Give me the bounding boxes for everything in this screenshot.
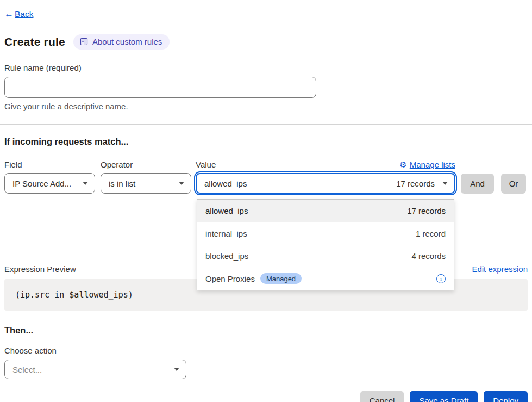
lists-dropdown-menu: allowed_ips 17 records internal_ips 1 re… [197,199,454,290]
field-label: Field [4,160,101,169]
title-row: Create rule About custom rules [4,34,528,50]
rule-name-help: Give your rule a descriptive name. [4,102,528,111]
field-select-value: IP Source Add... [12,179,71,188]
back-link-label: Back [15,9,33,19]
about-custom-rules-link[interactable]: About custom rules [73,34,170,50]
operator-select-value: is in list [109,179,135,188]
create-rule-page: ← Back Create rule About custom rules Ru… [0,0,532,402]
list-item-internal-ips[interactable]: internal_ips 1 record [197,222,454,245]
chevron-down-icon [442,182,448,185]
value-select-selected: allowed_ips [204,179,247,188]
list-item-name: allowed_ips [205,206,248,215]
list-item-meta: 4 records [411,251,446,261]
match-labels-row: Field Operator Value Manage lists [4,160,528,169]
list-item-open-proxies[interactable]: Open Proxies Managed [197,268,454,290]
chevron-down-icon [174,368,179,371]
back-link[interactable]: ← Back [4,9,33,20]
list-item-name: internal_ips [205,229,247,238]
then-heading: Then... [4,325,528,336]
expression-preview-label: Expression Preview [4,264,76,274]
managed-badge: Managed [260,273,302,284]
list-item-allowed-ips[interactable]: allowed_ips 17 records [197,200,454,222]
deploy-button[interactable]: Deploy [484,391,528,402]
field-select[interactable]: IP Source Add... [4,173,95,194]
value-select[interactable]: allowed_ips 17 records [196,173,455,194]
manage-lists-link[interactable]: Manage lists [399,160,455,169]
operator-select[interactable]: is in list [101,173,191,194]
expression-code: (ip.src in $allowed_ips) [15,290,133,300]
about-badge-label: About custom rules [92,37,162,46]
manage-lists-label: Manage lists [410,160,455,169]
save-as-draft-button[interactable]: Save as Draft [410,391,478,402]
edit-expression-link[interactable]: Edit expression [472,264,528,274]
match-heading: If incoming requests match... [4,137,528,147]
value-label: Value [196,160,216,169]
list-item-meta: 17 records [407,206,446,215]
info-icon[interactable] [436,274,446,283]
value-select-meta: 17 records [396,179,435,188]
gear-icon [399,160,406,169]
list-item-blocked-ips[interactable]: blocked_ips 4 records [197,245,454,268]
book-icon [80,38,88,46]
back-arrow-icon: ← [4,9,14,20]
match-selects-row: IP Source Add... is in list allowed_ips … [4,173,528,194]
back-row: ← Back [4,0,528,20]
action-select-placeholder: Select... [12,365,42,374]
operator-label: Operator [101,160,196,169]
chevron-down-icon [83,182,88,185]
cancel-button[interactable]: Cancel [360,391,404,402]
footer-buttons: Cancel Save as Draft Deploy [4,391,528,402]
value-label-row: Value Manage lists [196,160,455,169]
and-button[interactable]: And [461,174,494,194]
section-divider [0,124,532,125]
page-title: Create rule [4,35,65,48]
chevron-down-icon [179,182,184,185]
rule-name-label: Rule name (required) [4,63,528,72]
action-select[interactable]: Select... [4,360,186,379]
list-item-name: Open Proxies [205,274,255,283]
choose-action-label: Choose action [4,346,528,355]
list-item-meta: 1 record [416,229,446,238]
rule-name-input[interactable] [4,77,316,98]
or-button[interactable]: Or [501,174,526,194]
list-item-name: blocked_ips [205,251,248,261]
